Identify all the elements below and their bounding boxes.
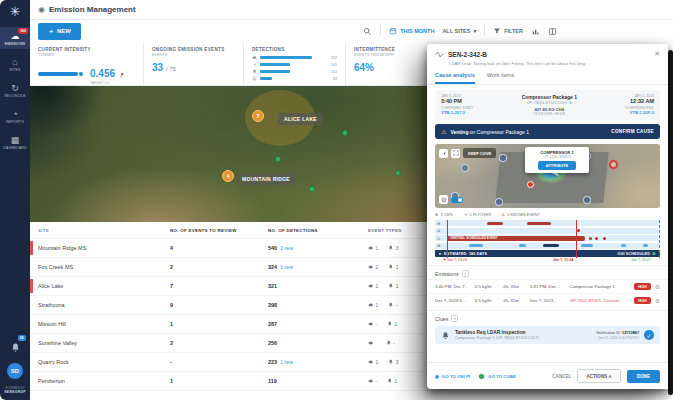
attribute-button[interactable]: ATTRIBUTE xyxy=(538,161,576,170)
emission-row[interactable]: Dec 7, 2023 3:... 4.5 kg/hr 2h, 31m Dec … xyxy=(427,293,668,307)
flyover-icon xyxy=(463,212,468,217)
actions-button[interactable]: ACTIONS ∧ xyxy=(577,369,620,383)
detections-count: 119 xyxy=(268,378,277,384)
equipment-marker[interactable] xyxy=(461,164,469,172)
map-detection-dot[interactable] xyxy=(395,170,401,176)
emissions-section-header: Emissions ＋ xyxy=(427,265,668,279)
map-detection-dot[interactable] xyxy=(342,130,348,136)
alert-type-icon xyxy=(387,321,393,327)
kpi-title: ONGOING EMISSION EVENTS xyxy=(152,47,235,52)
emissions-expand-button[interactable]: ＋ xyxy=(462,270,469,277)
done-button[interactable]: DONE xyxy=(627,370,660,383)
map-marker-alice-lake[interactable]: 7 xyxy=(252,110,264,122)
detections-count: 540 xyxy=(268,245,277,251)
emission-end: 5:31 PM, Dec... xyxy=(530,284,566,289)
map-detection-dot[interactable] xyxy=(309,186,315,192)
detection-source-icon xyxy=(252,55,257,60)
end-reference-link[interactable]: VTB-1-22F-5 xyxy=(625,110,654,115)
cancel-button[interactable]: CANCEL xyxy=(552,374,571,379)
search-icon[interactable] xyxy=(363,27,372,36)
tab-work-items[interactable]: Work items xyxy=(487,72,514,84)
sidebar-item-emissions[interactable]: 102 ☁ EMISSIONS xyxy=(0,27,30,49)
period-selector[interactable]: THIS MONTH xyxy=(389,27,434,35)
col-events[interactable]: NO. OF EVENTS TO REVIEW xyxy=(170,228,268,233)
cause-text: on Compressor Package 1 xyxy=(468,129,529,135)
window-edge-shadow xyxy=(668,50,673,395)
map-detection-dot[interactable] xyxy=(275,156,281,162)
sidebar-item-reconcile[interactable]: ↻ RECONCILE xyxy=(0,79,30,101)
clues-expand-button[interactable]: ＋ xyxy=(451,315,458,322)
sidebar-item-dashboard[interactable]: ▦ DASHBOARD xyxy=(0,131,30,153)
events-total: / 75 xyxy=(166,66,176,72)
intensity-value: 0.456 xyxy=(90,68,115,79)
new-detections: 1 new xyxy=(280,360,293,365)
tab-cause-analysis[interactable]: Cause analysis xyxy=(435,72,475,84)
site-name: Pemberton xyxy=(38,378,170,384)
edit-icon[interactable]: ✎ xyxy=(569,101,572,105)
events-count: 7 xyxy=(170,283,268,289)
kpi-current-intensity: CURRENT INTENSITY TONNES 0.456 ↗ TARGET … xyxy=(30,42,143,85)
aerial-view[interactable]: COMPRESSOR 1 OP-1234-323423 ATTRIBUTE DE… xyxy=(435,144,660,208)
col-site[interactable]: SITE xyxy=(38,228,170,233)
alert-type-icon xyxy=(387,378,393,384)
expand-button[interactable] xyxy=(451,149,460,158)
severity-badge: HIGH xyxy=(634,283,650,290)
panel-tabs: Cause analysis Work items xyxy=(427,66,668,85)
sidebar-item-label: REPORTS xyxy=(6,120,24,124)
detections-count: 287 xyxy=(268,321,277,327)
site-name: Strathcona xyxy=(38,302,170,308)
new-button[interactable]: ＋ NEW xyxy=(38,23,81,40)
event-timeline[interactable]: ⊕ ⊚ ⚠ VENTING: SCHEDULED EVENT ⊛ ▾ ESTIM… xyxy=(435,220,660,262)
equipment-marker[interactable] xyxy=(583,196,591,204)
emission-source-link[interactable]: GP-7001-BT001- Disconn... xyxy=(570,298,630,303)
user-avatar[interactable]: SD xyxy=(7,363,23,379)
recenter-button[interactable] xyxy=(439,149,448,158)
venting-event-bar[interactable]: VENTING: SCHEDULED EVENT xyxy=(447,236,585,241)
kpi-unit: TONNES xyxy=(38,53,135,57)
dashboard-icon: ▦ xyxy=(11,135,20,145)
alert-marker[interactable] xyxy=(609,160,618,169)
start-reference-link[interactable]: VTB-1-227-5 xyxy=(441,110,473,115)
equipment-marker[interactable] xyxy=(499,154,507,162)
go-to-cube-link[interactable]: GO TO CUBE xyxy=(478,373,516,380)
col-detections[interactable]: NO. OF DETECTIONS xyxy=(268,228,368,233)
gear-icon[interactable]: ⚙ xyxy=(655,297,660,304)
map-label-mountain-ridge[interactable]: MOUNTAIN RIDGE xyxy=(236,173,296,185)
close-icon[interactable]: ✕ xyxy=(654,50,660,58)
sidebar-item-sites[interactable]: ⌂ SITES xyxy=(0,53,30,75)
overlay-toggle[interactable] xyxy=(451,197,463,203)
map-marker-mountain-ridge[interactable]: 4 xyxy=(222,170,234,182)
notifications-button[interactable]: 18 xyxy=(10,338,21,356)
go-to-osipi-link[interactable]: ◉ GO TO OSI PI xyxy=(435,374,470,379)
confirm-cause-button[interactable]: CONFIRM CAUSE xyxy=(611,129,654,134)
events-count: 2 xyxy=(170,340,268,346)
site-selector[interactable]: ALL SITES ▾ xyxy=(442,28,476,34)
col-event-types[interactable]: EVENT TYPES xyxy=(368,228,424,233)
detection-count: 141 xyxy=(331,70,337,74)
sidebar-item-reports[interactable]: ◔ REPORTS xyxy=(0,105,30,127)
detection-source-icon xyxy=(252,62,257,67)
filter-button[interactable]: FILTER xyxy=(493,27,523,35)
page-title: Emission Management xyxy=(49,5,136,14)
emission-row[interactable]: 3:40 PM, Dec 7... 4.5 kg/hr 2h, 31m 5:31… xyxy=(427,279,668,293)
sites-icon: ⌂ xyxy=(12,57,17,67)
add-icon[interactable]: ⊕ xyxy=(652,251,656,256)
map-label-alice-lake[interactable]: ALICE LAKE xyxy=(278,113,323,125)
gear-icon[interactable]: ⚙ xyxy=(655,283,660,290)
events-value: 33 xyxy=(152,62,163,73)
layers-button[interactable] xyxy=(439,195,448,204)
chevron-icon[interactable]: ▾ xyxy=(439,252,441,256)
divider xyxy=(484,26,485,36)
intensity-progress-bar xyxy=(38,72,84,76)
timeline-scheduled-line xyxy=(659,220,660,258)
emission-rate: 4.5 kg/hr xyxy=(475,284,500,289)
clue-selected-check[interactable]: ✓ xyxy=(644,330,654,340)
equipment-marker[interactable] xyxy=(495,198,503,206)
emission-rate: 16.3 KG/HR • 99 KW xyxy=(522,112,577,116)
new-detections: 1 new xyxy=(280,265,293,270)
column-view-icon[interactable] xyxy=(548,27,557,36)
detection-source-icon xyxy=(252,76,257,81)
toolbar: ＋ NEW THIS MONTH ALL SITES ▾ FILTER xyxy=(30,20,673,42)
chart-view-icon[interactable] xyxy=(531,27,540,36)
clue-card[interactable]: Tankless Req LDAR Inspection Compressor … xyxy=(435,326,660,344)
